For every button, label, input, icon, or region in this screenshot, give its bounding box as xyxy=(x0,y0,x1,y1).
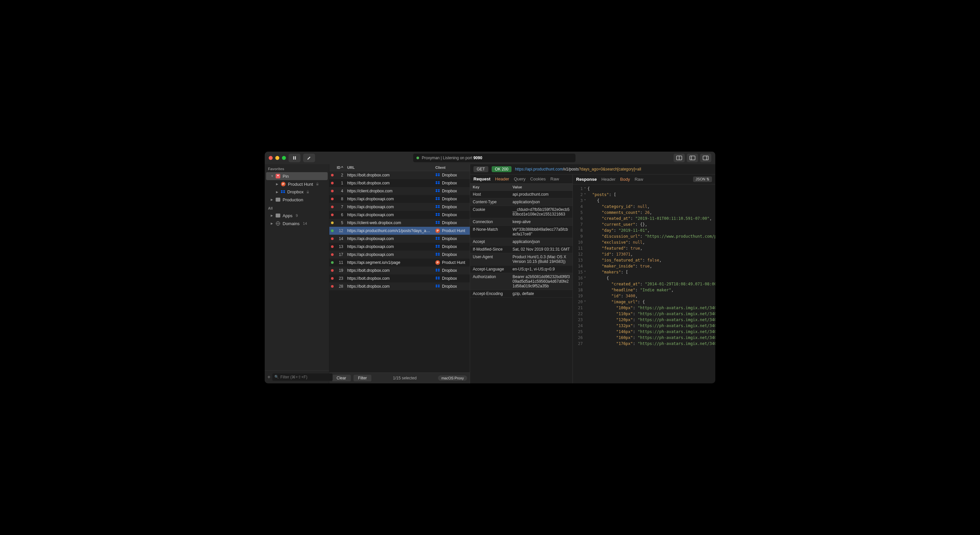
sidebar-item-dropbox[interactable]: ▶ Dropbox xyxy=(265,188,329,196)
minimize-window-button[interactable] xyxy=(275,156,279,160)
flow-client: Dropbox xyxy=(433,181,470,186)
app-window: Proxyman | Listening on port 9090 Favori… xyxy=(265,152,715,383)
chevron-right-icon: ▶ xyxy=(276,183,278,186)
compose-button[interactable] xyxy=(303,154,315,162)
chevron-right-icon: ▶ xyxy=(270,198,273,201)
count-badge: 9 xyxy=(296,214,298,217)
header-row[interactable]: If-None-MatchW/"33b388bb849a9ecc77a5fcba… xyxy=(470,226,573,238)
column-url[interactable]: URL xyxy=(345,164,433,171)
line-number: 18 xyxy=(573,287,584,293)
layout-vertical-button[interactable] xyxy=(673,154,685,162)
sidebar-item-production[interactable]: ▶ Production xyxy=(265,196,329,203)
flow-row[interactable]: 5https://client-web.dropbox.comDropbox xyxy=(329,219,470,227)
flow-row[interactable]: 4https://client.dropbox.comDropbox xyxy=(329,187,470,195)
fold-toggle-icon[interactable]: ▾ xyxy=(584,186,587,192)
proxy-badge[interactable]: macOS Proxy xyxy=(438,375,467,381)
product-hunt-icon: P xyxy=(435,229,440,233)
filter-button[interactable]: Filter xyxy=(353,375,372,381)
flow-url: https://api.dropboxapi.com xyxy=(345,205,433,209)
layout-right-button[interactable] xyxy=(700,154,711,162)
header-key: Accept-Encoding xyxy=(470,290,510,297)
fold-toggle-icon[interactable]: ▾ xyxy=(584,269,587,275)
flow-client: Dropbox xyxy=(433,205,470,209)
header-row[interactable]: Acceptapplication/json xyxy=(470,238,573,246)
format-select[interactable]: JSON ⇅ xyxy=(693,176,712,182)
sidebar-item-pin[interactable]: ▼ Pin xyxy=(266,172,328,180)
column-key: Key xyxy=(470,184,510,191)
flow-url: https://api.segment.io/v1/page xyxy=(345,260,433,265)
flow-row[interactable]: 8https://api.dropboxapi.comDropbox xyxy=(329,195,470,203)
header-row[interactable]: If-Modified-SinceSat, 02 Nov 2019 03:31:… xyxy=(470,246,573,253)
tab-header[interactable]: Header xyxy=(495,176,509,181)
filter-input[interactable] xyxy=(272,373,332,381)
pause-button[interactable] xyxy=(289,154,301,162)
header-row[interactable]: Accept-Encodinggzip, deflate xyxy=(470,290,573,298)
dropbox-icon xyxy=(435,252,440,257)
json-line: 24 "132px": "https://ph-avatars.imgix.ne… xyxy=(573,323,715,329)
dropbox-icon xyxy=(435,244,440,249)
tab-query[interactable]: Query xyxy=(514,176,525,181)
sidebar-item-product-hunt[interactable]: ▶ P Product Hunt xyxy=(265,180,329,188)
line-number: 27 xyxy=(573,341,584,347)
status-dot-icon xyxy=(331,174,334,176)
json-viewer[interactable]: 1▾{2▾ "posts": [3▾ {4 "category_id": nul… xyxy=(573,184,715,383)
status-dot-icon xyxy=(331,190,334,192)
line-number: 12 xyxy=(573,251,584,257)
flow-row[interactable]: 28https://bolt.dropbox.comDropbox xyxy=(329,283,470,291)
clear-button[interactable]: Clear xyxy=(332,375,351,381)
flow-row[interactable]: 17https://api.dropboxapi.comDropbox xyxy=(329,251,470,259)
column-id[interactable]: ID ^ xyxy=(335,164,345,171)
flow-row[interactable]: 13https://api.dropboxapi.comDropbox xyxy=(329,243,470,251)
flow-url: https://client-web.dropbox.com xyxy=(345,221,433,225)
header-row[interactable]: AuthorizationBearer a2b5081dd96232bd0f6f… xyxy=(470,273,573,290)
header-key: Content-Type xyxy=(470,198,510,206)
header-row[interactable]: Connectionkeep-alive xyxy=(470,218,573,226)
flow-row[interactable]: 14https://api.dropboxapi.comDropbox xyxy=(329,235,470,243)
header-row[interactable]: Content-Typeapplication/json xyxy=(470,198,573,206)
flow-table-header: ID ^ URL Client xyxy=(329,164,470,171)
tab-raw[interactable]: Raw xyxy=(635,177,643,182)
tab-header[interactable]: Header xyxy=(601,177,616,182)
header-row[interactable]: Hostapi.producthunt.com xyxy=(470,191,573,198)
sidebar-item-label: Domains xyxy=(283,221,299,226)
header-key: Authorization xyxy=(470,273,510,290)
fold-toggle-icon xyxy=(584,335,587,341)
flow-row[interactable]: 2https://bolt.dropbox.comDropbox xyxy=(329,171,470,179)
layout-left-button[interactable] xyxy=(687,154,698,162)
add-button[interactable]: + xyxy=(267,374,270,380)
line-number: 1 xyxy=(573,186,584,192)
sidebar-item-apps[interactable]: ▶ Apps 9 xyxy=(265,211,329,219)
flow-row[interactable]: 19https://bolt.dropbox.comDropbox xyxy=(329,267,470,275)
flow-url: https://api.dropboxapi.com xyxy=(345,197,433,201)
line-number: 7 xyxy=(573,221,584,227)
tab-raw[interactable]: Raw xyxy=(550,176,559,181)
header-row[interactable]: Accept-Languageen-US;q=1, vi-US;q=0.9 xyxy=(470,265,573,273)
sidebar-item-domains[interactable]: ▶ Domains 14 xyxy=(265,219,329,227)
product-hunt-icon: P xyxy=(435,260,440,265)
header-row[interactable]: User-AgentProduct Hunt/1.0.3 (Mac OS X V… xyxy=(470,253,573,265)
dropbox-icon xyxy=(435,189,440,193)
flow-row[interactable]: 7https://api.dropboxapi.comDropbox xyxy=(329,203,470,211)
flow-row[interactable]: 23https://bolt.dropbox.comDropbox xyxy=(329,275,470,283)
status-dot-icon xyxy=(331,214,334,216)
flow-row[interactable]: 1https://bolt.dropbox.comDropbox xyxy=(329,179,470,187)
column-client[interactable]: Client xyxy=(433,164,470,171)
header-row[interactable]: Cookie__cfduid=d7fb5b159f762e0ecb583bcd1… xyxy=(470,206,573,218)
response-pane: Response Header Body Raw JSON ⇅ 1▾{2▾ "p… xyxy=(573,175,715,383)
fullscreen-window-button[interactable] xyxy=(282,156,286,160)
fold-toggle-icon[interactable]: ▾ xyxy=(584,299,587,305)
flow-row[interactable]: 11https://api.segment.io/v1/pagePProduct… xyxy=(329,259,470,267)
flow-row[interactable]: 12https://api.producthunt.com/v1/posts?d… xyxy=(329,227,470,235)
flow-url: https://api.dropboxapi.com xyxy=(345,213,433,217)
sidebar-item-label: Apps xyxy=(283,213,293,218)
json-line: 4 "category_id": null, xyxy=(573,203,715,210)
tab-cookies[interactable]: Cookies xyxy=(530,176,546,181)
flow-row[interactable]: 6https://api.dropboxapi.comDropbox xyxy=(329,211,470,219)
fold-toggle-icon[interactable]: ▾ xyxy=(584,275,587,281)
fold-toggle-icon[interactable]: ▾ xyxy=(584,192,587,198)
tab-body[interactable]: Body xyxy=(620,177,630,182)
close-window-button[interactable] xyxy=(269,156,273,160)
fold-toggle-icon xyxy=(584,305,587,311)
fold-toggle-icon[interactable]: ▾ xyxy=(584,198,587,203)
flow-client: Dropbox xyxy=(433,268,470,273)
